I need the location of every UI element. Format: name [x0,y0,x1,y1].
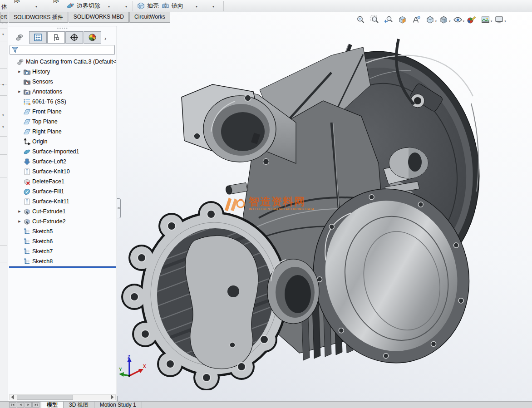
ribbon-button-shell[interactable]: 抽壳 [137,1,159,10]
headsup-button-section-view[interactable]: ▾ [397,15,410,25]
feature-tree-item[interactable]: ▶ 6061-T6 (SS) [8,97,117,107]
rollback-bar[interactable] [9,266,116,268]
scroll-left-icon[interactable] [10,394,16,401]
feature-manager-tab-configuration-manager[interactable] [65,31,83,44]
expand-arrow-icon[interactable]: ▶ [17,70,22,74]
headsup-button-view-settings[interactable]: ▾ [494,15,507,25]
command-tab[interactable]: SOLIDWORKS MBD [69,12,129,23]
feature-tree-item[interactable]: ▶ Sketch7 [8,246,117,256]
study-nav-buttons [0,402,41,408]
more-tabs-button[interactable]: › [104,35,106,44]
sketch-icon [23,248,31,256]
feature-tree-item[interactable]: ▶ Surface-Knit11 [8,197,117,206]
feature-manager-tab-part[interactable] [11,31,29,44]
feature-tree-item[interactable]: ▶ Sketch8 [8,256,117,266]
feature-tree-item[interactable]: ▶ Sensors [8,77,117,87]
feature-tree-item[interactable]: ▶ Sketch6 [8,236,117,246]
feature-tree-item[interactable]: ▶ Top Plane [8,117,117,127]
feature-tree-item[interactable]: ▶ Front Plane [8,107,117,117]
feature-tree-item[interactable]: ▶ Right Plane [8,127,117,137]
dropdown-caret-icon[interactable]: ▾ [2,83,4,86]
dropdown-caret-icon[interactable]: ▾ [35,5,37,9]
headsup-button-display-style[interactable]: ▾ [438,15,451,25]
headsup-button-apply-scene[interactable]: ▾ [480,15,493,25]
ribbon-button-boundary-cut[interactable]: 边界切除 [66,1,100,10]
study-tab[interactable]: 3D 视图 [64,402,94,408]
dropdown-caret-icon[interactable]: ▾ [491,17,493,23]
feature-tree-item[interactable]: ▶ Sketch5 [8,226,117,236]
dropdown-caret-icon[interactable]: ▾ [504,17,506,23]
dropdown-caret-icon[interactable]: ▾ [212,5,214,9]
tree-filter-box [10,45,115,55]
ribbon-separator [223,1,224,11]
ribbon-separator [133,1,133,11]
feature-tree-item[interactable]: ▶ Surface-Imported1 [8,147,117,157]
study-nav-button-first[interactable] [9,402,16,408]
panel-splitter-handle[interactable] [117,198,121,218]
ribbon-button-mirror[interactable]: 镜向 [161,1,183,10]
feature-tree-item[interactable]: ▶ Main Casting from Catia.3 (Default< [8,57,117,67]
property-manager-icon [52,33,60,42]
headsup-button-hide-show-items[interactable]: ▾ [453,15,465,25]
feature-tree-item[interactable]: ▶ Surface-Loft2 [8,157,117,167]
study-tab[interactable]: Motion Study 1 [94,402,142,408]
headsup-button-zoom-to-area[interactable]: ▾ [369,15,382,25]
expand-arrow-icon[interactable]: ▶ [17,210,22,213]
feature-manager-tab-property-manager[interactable] [47,31,65,44]
feature-tree-item[interactable]: ▶ DeleteFace1 [8,177,117,187]
study-nav-button-next[interactable] [25,402,32,408]
grip-dots[interactable] [0,23,7,25]
feature-tree-item[interactable]: ▶ Surface-Knit10 [8,167,117,177]
tree-horizontal-scrollbar[interactable] [9,394,116,400]
command-tab[interactable]: CircuitWorks [129,12,170,23]
feature-tree-item[interactable]: ▶ History [8,67,117,77]
scrollbar-thumb[interactable] [17,395,73,400]
feature-tree-item[interactable]: ▶ Origin [8,137,117,147]
apply-scene-icon [481,15,490,25]
ribbon-partial-label: 体 [1,3,7,11]
dropdown-caret-icon[interactable]: ▾ [108,5,110,9]
filter-funnel-icon [11,46,19,54]
triad-z-label: Z [128,354,130,359]
surface-fill-icon [23,188,31,196]
headsup-button-zoom-to-fit[interactable]: ▾ [355,15,368,25]
command-tab[interactable]: SOLIDWORKS 插件 [9,12,68,23]
view-settings-icon [494,15,504,25]
dropdown-caret-icon[interactable]: ▾ [463,17,465,23]
dropdown-caret-icon[interactable]: ▾ [435,17,437,23]
inlet-tube[interactable] [225,182,247,195]
scroll-right-icon[interactable] [109,394,115,401]
dropdown-caret-icon[interactable]: ▾ [2,33,4,36]
panel-grip[interactable] [56,27,68,29]
tab-partial[interactable]: ert [0,12,8,23]
study-tab[interactable]: 模型 [41,402,64,408]
feature-tree-item[interactable]: ▶ Cut-Extrude2 [8,216,117,226]
expand-arrow-icon[interactable]: ▶ [17,90,22,93]
headsup-button-view-orientation[interactable]: ▾ [425,15,438,25]
headsup-button-annotation-views[interactable]: ▾ [411,15,424,25]
study-nav-button-previous[interactable] [17,402,24,408]
headsup-button-previous-view[interactable]: ▾ [383,15,396,25]
cut-extrude-icon [23,208,31,216]
feature-tree-item[interactable]: ▶ Surface-Fill1 [8,187,117,197]
material-icon [23,98,31,106]
folder-history-icon [23,68,31,76]
headsup-button-edit-appearance[interactable]: ▾ [466,15,479,25]
dropdown-caret-icon[interactable]: ▾ [2,113,4,117]
feature-manager-tab-design-tree[interactable] [29,31,47,44]
surface-loft-icon [23,158,31,166]
model-3d-gearbox-casting[interactable] [118,27,490,390]
expand-arrow-icon[interactable]: ▶ [17,220,22,223]
plane-icon [23,128,31,136]
feature-manager-tab-display-manager[interactable] [84,31,101,44]
shell-icon [137,1,145,10]
dropdown-caret-icon[interactable]: ▾ [196,5,197,9]
feature-tree-item[interactable]: ▶ Cut-Extrude1 [8,206,117,216]
filter-input[interactable] [19,47,113,53]
feature-tree-item[interactable]: ▶ A Annotations [8,87,117,97]
dropdown-caret-icon[interactable]: ▾ [125,5,127,9]
dropdown-caret-icon[interactable]: ▾ [449,17,451,23]
reference-triad: Z Y X [118,354,147,381]
study-nav-button-last[interactable] [32,402,39,408]
dropdown-caret-icon[interactable]: ▾ [2,125,4,128]
